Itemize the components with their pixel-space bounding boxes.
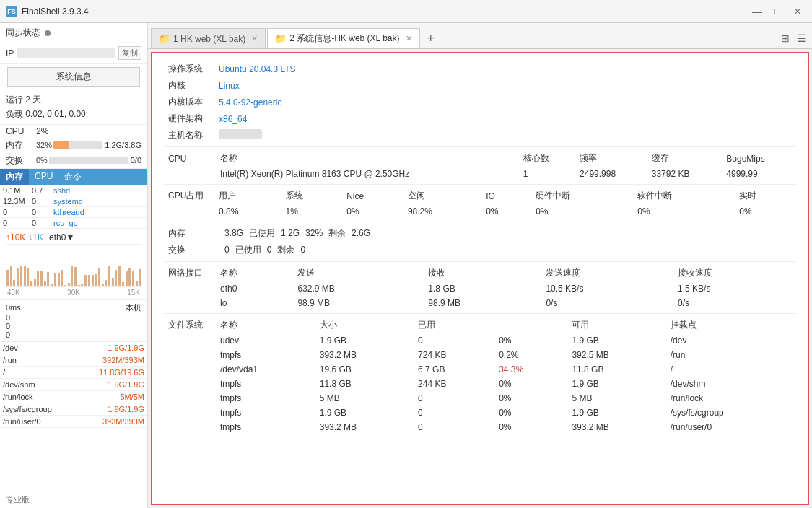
arch-label: 硬件架构: [164, 110, 214, 127]
chart-bar: [88, 275, 90, 286]
swap-section: 交换 0 已使用 0 剩余 0: [164, 242, 796, 258]
list-item: /run/user/0393M/393M: [0, 415, 147, 427]
fs-mount: /: [665, 362, 796, 377]
swap-stat-label: 交换: [6, 154, 35, 167]
cpu-usage-col-3: 空闲: [403, 188, 481, 204]
tab-grid-button[interactable]: ⊞: [778, 31, 793, 45]
net-interface-section: 网络接口 名称 发送 接收 发送速度 接收速度 eth0632.9 MB1.8 …: [164, 265, 796, 310]
list-item: /run/lock5M/5M: [0, 390, 147, 403]
swap-stat-ratio: 0/0: [131, 156, 141, 165]
net-cell-4: 0/s: [672, 296, 796, 310]
fs-avail: 1.9 GB: [566, 406, 664, 420]
cpu-usage-col-6: 软件中断: [633, 188, 735, 204]
tab-add-button[interactable]: +: [422, 28, 441, 48]
cpu-usage-val-6: 0%: [633, 204, 735, 219]
mem-stat-percent: 32%: [36, 141, 52, 149]
chart-bar: [68, 283, 70, 286]
main-layout: 同步状态 IP 复制 系统信息 运行 2 天 负载 0.02, 0.01, 0.…: [0, 23, 812, 508]
mem-used-label: 已使用: [249, 227, 275, 240]
chart-bar: [136, 281, 138, 286]
swap-free-label: 剩余: [277, 244, 294, 256]
sysinfo-button[interactable]: 系统信息: [7, 67, 140, 87]
fs-col-name: 名称: [214, 317, 314, 333]
net-cell-3: 0/s: [540, 296, 672, 310]
fs-section-label: 文件系统: [164, 317, 214, 333]
net-cell-0: lo: [214, 296, 292, 310]
mem-progress-fill: [53, 141, 69, 149]
fs-mount: /dev/shm: [665, 377, 796, 391]
tab-1[interactable]: 📁 1 HK web (XL bak) ✕: [151, 28, 266, 48]
cpu-usage-val-1: 1%: [281, 204, 343, 219]
cpu-stat-row: CPU 2%: [0, 125, 147, 138]
swap-used: 0: [267, 245, 272, 255]
chart-bar: [58, 273, 60, 286]
chart-bar: [17, 268, 19, 286]
fs-avail: 11.8 GB: [566, 362, 664, 377]
fs-avail: 5 MB: [566, 391, 664, 406]
tab-cmd[interactable]: 命令: [58, 169, 87, 185]
minimize-button[interactable]: —: [748, 4, 766, 19]
network-chart: [6, 244, 141, 287]
table-row: Intel(R) Xeon(R) Platinum 8163 CPU @ 2.5…: [164, 167, 796, 181]
net-cell-2: 98.9 MB: [422, 296, 540, 310]
mem-free: 2.6G: [352, 228, 370, 238]
cpu-cell-0: Intel(R) Xeon(R) Platinum 8163 CPU @ 2.5…: [214, 167, 518, 181]
mem-stat-sizes: 1.2G/3.8G: [105, 141, 141, 149]
tab-2[interactable]: 📁 2 系统信息-HK web (XL bak) ✕: [267, 28, 419, 48]
fs-size: 19.6 GB: [314, 362, 412, 377]
chart-bar: [47, 272, 49, 286]
ip-row: IP 复制: [0, 43, 147, 64]
chart-bar: [81, 284, 83, 286]
fs-size: 393.2 MB: [314, 420, 412, 434]
fs-mount: /run/user/0: [665, 420, 796, 434]
chart-bar: [126, 271, 128, 286]
tab-1-icon: 📁: [159, 33, 170, 44]
table-row: tmpfs 393.2 MB 724 KB 0.2% 392.5 MB /run: [164, 348, 796, 362]
uptime-section: 运行 2 天 负载 0.02, 0.01, 0.00: [0, 90, 147, 125]
titlebar: FS FinalShell 3.9.3.4 — □ ✕: [0, 0, 812, 23]
table-row: tmpfs 393.2 MB 0 0% 393.2 MB /run/user/0: [164, 420, 796, 434]
os-label: 操作系统: [164, 61, 214, 77]
cpu-col-cache: 缓存: [646, 150, 721, 167]
sidebar: 同步状态 IP 复制 系统信息 运行 2 天 负载 0.02, 0.01, 0.…: [0, 23, 148, 508]
tab-2-label: 2 系统信息-HK web (XL bak): [289, 32, 399, 45]
net-col-send: 发送: [292, 265, 422, 281]
tab-1-close[interactable]: ✕: [251, 34, 258, 43]
maximize-button[interactable]: □: [769, 4, 786, 19]
chart-bar: [118, 266, 121, 286]
tab-menu-button[interactable]: ☰: [794, 31, 809, 45]
cpu-section-label: CPU: [164, 150, 214, 167]
cpu-usage-val-7: 0%: [735, 204, 796, 219]
list-item: /sys/fs/cgroup1.9G/1.9G: [0, 403, 147, 415]
chart-bar: [108, 266, 110, 286]
sync-label: 同步状态: [6, 27, 40, 39]
table-row: tmpfs 11.8 GB 244 KB 0% 1.9 GB /dev/shm: [164, 377, 796, 391]
sync-dot: [45, 30, 51, 36]
chart-bar: [13, 280, 15, 286]
copy-button[interactable]: 复制: [118, 46, 141, 60]
net-iface-select[interactable]: eth0▼: [49, 232, 74, 242]
tab-2-close[interactable]: ✕: [406, 34, 412, 43]
tab-cpu[interactable]: CPU: [29, 169, 58, 185]
latency-label: 0ms: [6, 303, 21, 312]
net-col-name: 名称: [214, 265, 292, 281]
sysinfo-panel: 操作系统 Ubuntu 20.04.3 LTS 内核 Linux 内核版本 5.…: [151, 52, 809, 505]
mem-used: 1.2G: [281, 228, 300, 238]
swap-used-label: 已使用: [235, 244, 261, 256]
chart-bar: [122, 282, 124, 286]
cpu-stat-value: 2%: [36, 126, 48, 136]
chart-bar: [27, 268, 29, 286]
cpu-usage-col-5: 硬件中断: [531, 188, 633, 204]
chart-bar: [71, 266, 73, 286]
chart-bar: [132, 271, 134, 286]
tab-mem[interactable]: 内存: [0, 169, 29, 185]
list-item: 00rcu_gp: [0, 217, 147, 228]
fs-name: tmpfs: [214, 377, 314, 391]
ip-value: [17, 48, 115, 58]
chart-bar: [20, 266, 22, 286]
tab-2-icon: 📁: [275, 33, 287, 44]
close-button[interactable]: ✕: [789, 4, 806, 19]
table-row: lo98.9 MB98.9 MB0/s0/s: [164, 296, 796, 310]
fs-mount: /run: [665, 348, 796, 362]
os-value: Ubuntu 20.04.3 LTS: [214, 61, 796, 77]
